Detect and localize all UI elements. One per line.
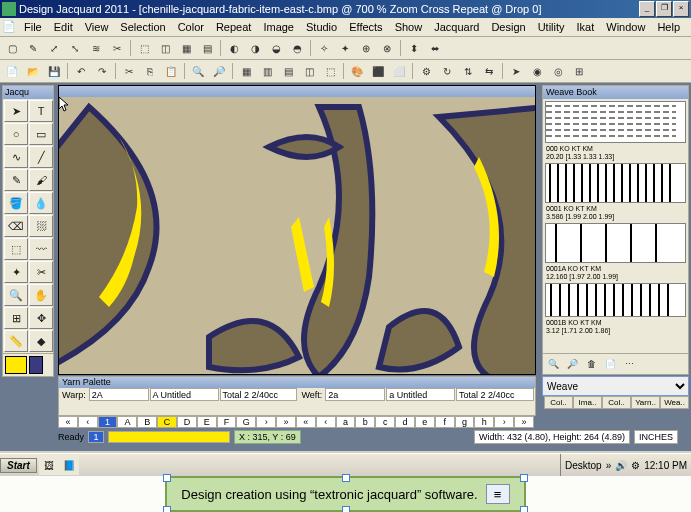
wb-more-icon[interactable]: ⋯ [620, 355, 638, 373]
tray-icon[interactable]: 🔊 [615, 460, 627, 471]
resize-handle[interactable] [520, 474, 528, 482]
ruler-cell[interactable]: h [474, 416, 494, 428]
brush-tool[interactable]: 🖌 [29, 169, 53, 191]
tool-btn[interactable]: ▤ [197, 38, 217, 58]
shape-tool[interactable]: ◆ [29, 330, 53, 352]
menu-ikat[interactable]: Ikat [571, 19, 601, 35]
wb-zoom-icon[interactable]: 🔍 [544, 355, 562, 373]
ruler-cell[interactable]: ‹ [316, 416, 336, 428]
line-tool[interactable]: ╱ [29, 146, 53, 168]
tool-btn[interactable]: ⬍ [404, 38, 424, 58]
tool-btn[interactable]: ◓ [287, 38, 307, 58]
zoom-out-button[interactable]: 🔎 [209, 61, 229, 81]
wand-tool[interactable]: ✦ [4, 261, 28, 283]
taskbar-app-icon[interactable]: 🖼 [39, 455, 59, 475]
tool-btn[interactable]: ▦ [176, 38, 196, 58]
weft-val[interactable]: 2a [325, 388, 385, 401]
eraser-tool[interactable]: ⌫ [4, 215, 28, 237]
copy-button[interactable]: ⎘ [140, 61, 160, 81]
menu-design[interactable]: Design [485, 19, 531, 35]
cut-button[interactable]: ✂ [119, 61, 139, 81]
tool-btn[interactable]: ▢ [2, 38, 22, 58]
ruler-cell[interactable]: b [355, 416, 375, 428]
tool-btn[interactable]: ⤢ [44, 38, 64, 58]
wb-del-icon[interactable]: 🗑 [582, 355, 600, 373]
minimize-button[interactable]: _ [639, 1, 655, 17]
tool-btn[interactable]: ◎ [548, 61, 568, 81]
tool-btn[interactable]: ⬌ [425, 38, 445, 58]
ruler-cell[interactable]: › [494, 416, 514, 428]
ruler-cell[interactable]: B [137, 416, 157, 428]
tool-btn[interactable]: ▥ [257, 61, 277, 81]
weave-pattern[interactable] [545, 223, 686, 263]
tool-btn[interactable]: ◐ [224, 38, 244, 58]
menu-edit[interactable]: Edit [48, 19, 79, 35]
crop-tool[interactable]: ✂ [29, 261, 53, 283]
ruler-cell[interactable]: › [256, 416, 276, 428]
tool-btn[interactable]: ✂ [107, 38, 127, 58]
tool-btn[interactable]: ➤ [506, 61, 526, 81]
zoom-tool[interactable]: 🔍 [4, 284, 28, 306]
menu-effects[interactable]: Effects [343, 19, 388, 35]
lasso-tool[interactable]: 〰 [29, 238, 53, 260]
grid-button[interactable]: ▦ [236, 61, 256, 81]
menu-view[interactable]: View [79, 19, 115, 35]
measure-tool[interactable]: 📏 [4, 330, 28, 352]
resize-handle[interactable] [342, 506, 350, 512]
redo-button[interactable]: ↷ [92, 61, 112, 81]
desktop-label[interactable]: Desktop [565, 460, 602, 471]
menu-repeat[interactable]: Repeat [210, 19, 257, 35]
ruler-cell[interactable]: D [177, 416, 197, 428]
ruler-cell[interactable]: A [117, 416, 137, 428]
ruler-cell[interactable]: e [415, 416, 435, 428]
select-tool[interactable]: ⬚ [4, 238, 28, 260]
tool-btn[interactable]: ⬜ [389, 61, 409, 81]
start-button[interactable]: Start [0, 458, 37, 473]
menu-selection[interactable]: Selection [114, 19, 171, 35]
tray-icon[interactable]: » [606, 460, 612, 471]
resize-handle[interactable] [163, 474, 171, 482]
open-button[interactable]: 📂 [23, 61, 43, 81]
restore-button[interactable]: ❐ [656, 1, 672, 17]
tool-btn[interactable]: ⤡ [65, 38, 85, 58]
zoom-in-button[interactable]: 🔍 [188, 61, 208, 81]
tool-btn[interactable]: ◒ [266, 38, 286, 58]
canvas[interactable] [58, 85, 536, 375]
tool-btn[interactable]: ◫ [155, 38, 175, 58]
tool-btn[interactable]: ⬚ [134, 38, 154, 58]
caption-box[interactable]: Design creation using “textronic jacquar… [165, 476, 525, 512]
tool-btn[interactable]: 🎨 [347, 61, 367, 81]
menu-utility[interactable]: Utility [532, 19, 571, 35]
menu-image[interactable]: Image [257, 19, 300, 35]
menu-color[interactable]: Color [172, 19, 210, 35]
tool-btn[interactable]: ⬚ [320, 61, 340, 81]
pencil-tool[interactable]: ✎ [4, 169, 28, 191]
alt-color-swatch[interactable] [29, 356, 43, 374]
resize-handle[interactable] [342, 474, 350, 482]
ruler-cell[interactable]: ‹ [78, 416, 98, 428]
tray-icon[interactable]: ⚙ [631, 460, 640, 471]
weave-pattern[interactable] [545, 283, 686, 317]
tab-ima[interactable]: Ima.. [573, 396, 602, 409]
taskbar-app-icon[interactable]: 📘 [59, 455, 79, 475]
save-button[interactable]: 💾 [44, 61, 64, 81]
menu-window[interactable]: Window [600, 19, 651, 35]
fill-tool[interactable]: 🪣 [4, 192, 28, 214]
ruler-cell[interactable]: G [236, 416, 256, 428]
wb-add-icon[interactable]: 📄 [601, 355, 619, 373]
weave-pattern[interactable] [545, 101, 686, 143]
warp-val[interactable]: 2A [89, 388, 149, 401]
weave-pattern[interactable] [545, 163, 686, 203]
ruler-cell[interactable]: » [514, 416, 534, 428]
tool-btn[interactable]: ◉ [527, 61, 547, 81]
paste-button[interactable]: 📋 [161, 61, 181, 81]
resize-handle[interactable] [163, 506, 171, 512]
tool-btn[interactable]: ↻ [437, 61, 457, 81]
menu-jacquard[interactable]: Jacquard [428, 19, 485, 35]
ruler-cell[interactable]: 1 [98, 416, 118, 428]
tool-btn[interactable]: ⚙ [416, 61, 436, 81]
curve-tool[interactable]: ∿ [4, 146, 28, 168]
stamp-tool[interactable]: ⊞ [4, 307, 28, 329]
tab-yarn[interactable]: Yarn.. [631, 396, 660, 409]
tab-col2[interactable]: Col.. [602, 396, 631, 409]
